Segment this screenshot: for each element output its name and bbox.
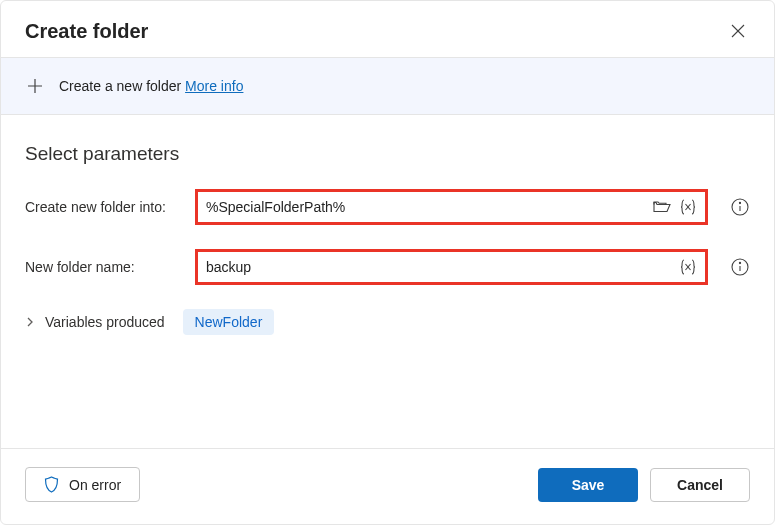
on-error-label: On error — [69, 477, 121, 493]
footer-actions: Save Cancel — [538, 468, 750, 502]
close-icon — [731, 24, 745, 38]
variable-chip-newfolder[interactable]: NewFolder — [183, 309, 275, 335]
folder-into-highlight — [195, 189, 708, 225]
folder-name-label: New folder name: — [25, 259, 181, 275]
folder-into-info-button[interactable] — [730, 197, 750, 217]
close-button[interactable] — [726, 19, 750, 43]
on-error-button[interactable]: On error — [25, 467, 140, 502]
browse-folder-button[interactable] — [651, 196, 673, 218]
info-icon — [731, 198, 749, 216]
section-title: Select parameters — [25, 143, 750, 165]
shield-icon — [44, 476, 59, 493]
folder-name-input-wrap — [198, 252, 705, 282]
more-info-link[interactable]: More info — [185, 78, 243, 94]
save-button[interactable]: Save — [538, 468, 638, 502]
banner-description: Create a new folder — [59, 78, 185, 94]
folder-open-icon — [653, 200, 671, 214]
folder-name-input[interactable] — [206, 259, 673, 275]
banner-text: Create a new folder More info — [59, 78, 243, 94]
field-row-folder-into: Create new folder into: — [25, 189, 750, 225]
cancel-button[interactable]: Cancel — [650, 468, 750, 502]
variables-expand-toggle[interactable] — [25, 316, 35, 328]
dialog-footer: On error Save Cancel — [1, 448, 774, 524]
variable-icon — [679, 259, 697, 275]
dialog-title: Create folder — [25, 20, 148, 43]
svg-point-13 — [739, 262, 740, 263]
chevron-right-icon — [25, 316, 35, 328]
variables-produced-row: Variables produced NewFolder — [25, 309, 750, 335]
dialog-header: Create folder — [1, 1, 774, 57]
field-row-folder-name: New folder name: — [25, 249, 750, 285]
folder-into-label: Create new folder into: — [25, 199, 181, 215]
info-banner: Create a new folder More info — [1, 57, 774, 115]
info-icon — [731, 258, 749, 276]
svg-point-8 — [739, 202, 740, 203]
content-area: Select parameters Create new folder into… — [1, 115, 774, 448]
folder-into-input-wrap — [198, 192, 705, 222]
folder-into-input[interactable] — [206, 199, 647, 215]
plus-icon — [25, 76, 45, 96]
variable-picker-button[interactable] — [677, 196, 699, 218]
variable-icon — [679, 199, 697, 215]
variables-produced-label: Variables produced — [45, 314, 165, 330]
variable-picker-button-name[interactable] — [677, 256, 699, 278]
folder-name-info-button[interactable] — [730, 257, 750, 277]
folder-name-highlight — [195, 249, 708, 285]
